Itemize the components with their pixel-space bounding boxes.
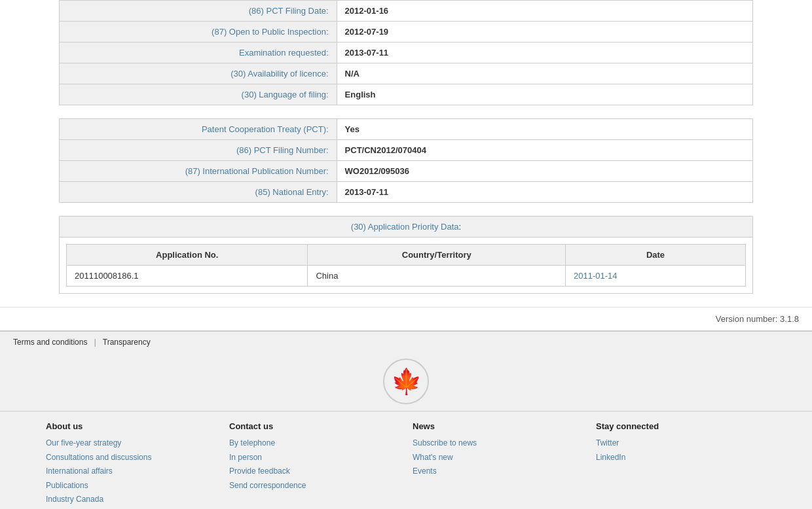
priority-header-row: Application No.Country/TerritoryDate [67,245,746,266]
field-label-link[interactable]: Patent Cooperation Treaty (PCT): [202,124,329,134]
value-cell: WO2012/095036 [337,161,752,182]
filing-info-table: (86) PCT Filing Date:2012-01-16(87) Open… [59,0,753,105]
label-cell: (30) Language of filing: [60,84,337,105]
footer-link[interactable]: Industry Canada [46,493,216,507]
label-cell: (87) International Publication Number: [60,161,337,182]
label-cell: (85) National Entry: [60,182,337,203]
footer-separator: | [94,337,96,347]
table-row: Examination requested:2013-07-11 [60,43,753,63]
field-label-link[interactable]: (87) Open to Public Inspection: [212,27,329,37]
footer-column-heading: Stay connected [596,421,766,431]
value-cell: PCT/CN2012/070404 [337,140,752,161]
footer-link[interactable]: Provide feedback [229,465,399,479]
footer-column: Contact usBy telephoneIn personProvide f… [229,421,399,507]
priority-inner-table: Application No.Country/TerritoryDate 201… [66,244,746,287]
value-cell: English [337,84,752,105]
footer-link[interactable]: By telephone [229,436,399,451]
footer-link[interactable]: What's new [413,451,583,465]
value-cell: 2012-01-16 [337,1,752,22]
priority-header-link[interactable]: (30) Application Priority Data [351,222,459,232]
value-cell: 2012-07-19 [337,22,752,43]
field-label-link[interactable]: (87) International Publication Number: [185,166,329,176]
table-row: 201110008186.1China2011-01-14 [67,266,746,287]
footer-links-section: About usOur five-year strategyConsultati… [0,412,812,509]
column-header: Date [566,245,746,266]
footer-column-heading: Contact us [229,421,399,431]
date-cell: 2011-01-14 [566,266,746,287]
table-row: (86) PCT Filing Date:2012-01-16 [60,1,753,22]
column-header: Application No. [67,245,308,266]
app-no-cell: 201110008186.1 [67,266,308,287]
version-line: Version number: 3.1.8 [0,307,812,330]
footer-column-heading: News [413,421,583,431]
value-cell: Yes [337,119,752,140]
footer-column-heading: About us [46,421,216,431]
footer-link[interactable]: Our five-year strategy [46,436,216,451]
footer-column: NewsSubscribe to newsWhat's newEvents [413,421,583,507]
country-cell: China [308,266,566,287]
footer-link[interactable]: LinkedIn [596,451,766,465]
footer-link[interactable]: Consultations and discussions [46,451,216,465]
canada-logo: 🍁 [383,359,429,404]
field-label-link[interactable]: (86) PCT Filing Number: [236,145,329,155]
table-row: (30) Availability of licence:N/A [60,63,753,84]
footer-link[interactable]: Subscribe to news [413,436,583,451]
table-row: (30) Language of filing:English [60,84,753,105]
footer-top-link[interactable]: Terms and conditions [13,338,87,347]
pct-info-table: Patent Cooperation Treaty (PCT):Yes(86) … [59,118,753,203]
priority-header: (30) Application Priority Data: [60,217,752,237]
value-cell: N/A [337,63,752,84]
table-row: (86) PCT Filing Number:PCT/CN2012/070404 [60,140,753,161]
priority-data-section: (30) Application Priority Data: Applicat… [59,216,753,294]
table-row: (87) Open to Public Inspection:2012-07-1… [60,22,753,43]
table-row: (87) International Publication Number:WO… [60,161,753,182]
version-text: Version number: 3.1.8 [716,314,799,324]
field-label-link[interactable]: (85) National Entry: [255,187,329,197]
footer-link[interactable]: In person [229,451,399,465]
field-label-link[interactable]: (86) PCT Filing Date: [249,6,329,16]
table-row: (85) National Entry:2013-07-11 [60,182,753,203]
footer-top-bar: Terms and conditions|Transparency [0,330,812,352]
field-label-link[interactable]: (30) Language of filing: [242,90,329,99]
footer-logo-row: 🍁 [0,352,812,412]
value-cell: 2013-07-11 [337,182,752,203]
field-label-link[interactable]: Examination requested: [239,48,329,58]
date-link[interactable]: 2011-01-14 [574,271,618,281]
column-header: Country/Territory [308,245,566,266]
label-cell: (86) PCT Filing Date: [60,1,337,22]
footer-column: About usOur five-year strategyConsultati… [46,421,216,507]
value-cell: 2013-07-11 [337,43,752,63]
footer-column: Stay connectedTwitterLinkedIn [596,421,766,507]
footer-link[interactable]: Events [413,465,583,479]
field-label-link[interactable]: (30) Availability of licence: [231,69,328,79]
maple-leaf-icon: 🍁 [391,367,422,396]
label-cell: (86) PCT Filing Number: [60,140,337,161]
footer-link[interactable]: Send correspondence [229,479,399,493]
footer-top-link[interactable]: Transparency [103,338,151,347]
label-cell: (30) Availability of licence: [60,63,337,84]
label-cell: Patent Cooperation Treaty (PCT): [60,119,337,140]
table-row: Patent Cooperation Treaty (PCT):Yes [60,119,753,140]
footer-link[interactable]: International affairs [46,465,216,479]
footer-link[interactable]: Publications [46,479,216,493]
label-cell: (87) Open to Public Inspection: [60,22,337,43]
footer-link[interactable]: Twitter [596,436,766,451]
label-cell: Examination requested: [60,43,337,63]
